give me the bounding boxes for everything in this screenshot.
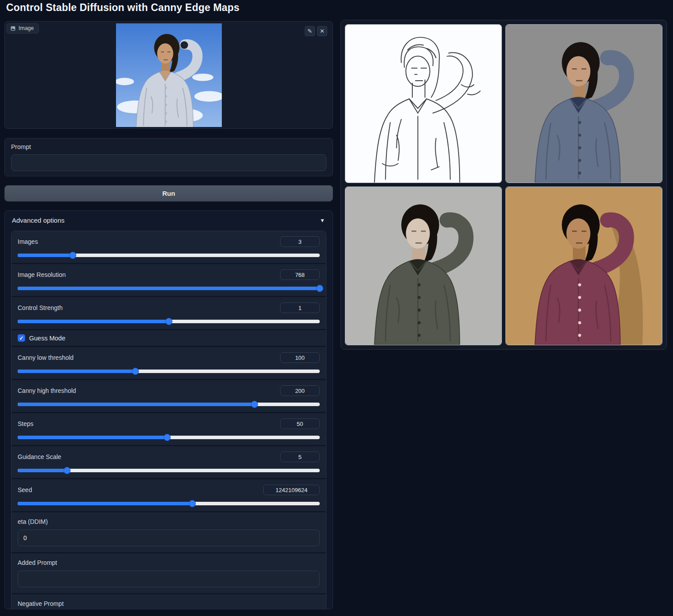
text-block-added-prompt: Added Prompt <box>11 553 326 593</box>
guess-mode-checkbox-row[interactable]: ✓ Guess Mode <box>18 334 320 342</box>
text-block-eta: eta (DDIM) <box>11 512 326 552</box>
slider-block-canny-high-threshold: Canny high threshold <box>11 380 326 412</box>
prompt-panel: Prompt <box>4 138 333 176</box>
image-resolution-slider-fill <box>18 287 320 290</box>
images-slider-handle[interactable] <box>69 252 76 259</box>
prompt-label: Prompt <box>11 143 326 150</box>
input-image-panel[interactable]: Image ✎ ✕ <box>4 21 333 129</box>
images-label: Images <box>18 238 38 245</box>
chevron-down-icon: ▼ <box>320 217 325 224</box>
steps-slider-handle[interactable] <box>164 434 171 441</box>
guidance-scale-slider-fill <box>18 469 67 472</box>
slider-block-guidance-scale: Guidance Scale <box>11 446 326 478</box>
image-label-tab: Image <box>7 23 39 34</box>
steps-slider-fill <box>18 436 167 439</box>
advanced-options-header[interactable]: Advanced options ▼ <box>5 211 333 229</box>
control-strength-slider[interactable] <box>18 320 320 323</box>
canny-low-threshold-slider[interactable] <box>18 370 320 373</box>
advanced-form: Images Image Resolution Control Strength <box>11 231 326 609</box>
images-value-input[interactable] <box>280 236 320 247</box>
seed-slider[interactable] <box>18 502 320 505</box>
x-icon: ✕ <box>320 28 325 34</box>
images-slider-fill <box>18 254 73 257</box>
slider-block-steps: Steps <box>11 413 326 445</box>
added-prompt-input[interactable] <box>18 571 320 587</box>
eta-input[interactable] <box>18 530 320 546</box>
advanced-options-panel: Advanced options ▼ Images Image Resoluti… <box>4 210 333 609</box>
control-strength-value-input[interactable] <box>280 302 320 313</box>
guess-mode-checkbox[interactable]: ✓ <box>18 334 25 342</box>
gallery-item-canny-edge-map[interactable] <box>345 24 502 183</box>
canny-high-threshold-value-input[interactable] <box>280 385 320 396</box>
canny-high-threshold-slider[interactable] <box>18 403 320 406</box>
canny-low-threshold-label: Canny low threshold <box>18 354 74 361</box>
control-strength-slider-handle[interactable] <box>165 318 172 325</box>
guidance-scale-slider-handle[interactable] <box>64 467 71 474</box>
image-resolution-slider[interactable] <box>18 287 320 290</box>
slider-block-canny-low-threshold: Canny low threshold <box>11 347 326 379</box>
canny-low-threshold-slider-fill <box>18 370 135 373</box>
page-title: Control Stable Diffusion with Canny Edge… <box>6 2 239 14</box>
left-column: Image ✎ ✕ Prompt Run Advanced options ▼ … <box>4 21 333 609</box>
slider-block-control-strength: Control Strength <box>11 297 326 329</box>
steps-slider[interactable] <box>18 436 320 439</box>
result-gallery <box>340 20 667 350</box>
seed-value-input[interactable] <box>263 485 320 495</box>
gallery-item-generated-image-2[interactable] <box>345 187 502 345</box>
advanced-options-label: Advanced options <box>12 217 64 224</box>
image-label: Image <box>19 25 34 31</box>
input-image-photo[interactable] <box>116 23 222 127</box>
prompt-input[interactable] <box>11 154 326 171</box>
image-icon <box>10 26 16 31</box>
seed-slider-fill <box>18 502 192 505</box>
seed-slider-handle[interactable] <box>189 500 196 507</box>
added-prompt-label: Added Prompt <box>18 559 57 566</box>
gallery-item-generated-image-1[interactable] <box>505 24 662 183</box>
control-strength-slider-fill <box>18 320 169 323</box>
seed-label: Seed <box>18 486 32 493</box>
slider-block-seed: Seed <box>11 479 326 511</box>
canny-high-threshold-label: Canny high threshold <box>18 387 76 394</box>
image-resolution-slider-handle[interactable] <box>316 285 323 292</box>
gallery-item-generated-image-3[interactable] <box>505 187 662 345</box>
run-button[interactable]: Run <box>4 185 333 202</box>
checkbox-block-guess-mode: ✓ Guess Mode <box>11 330 326 346</box>
canny-high-threshold-slider-fill <box>18 403 254 406</box>
canny-low-threshold-value-input[interactable] <box>280 352 320 363</box>
steps-value-input[interactable] <box>280 418 320 429</box>
eta-label: eta (DDIM) <box>18 518 48 525</box>
steps-label: Steps <box>18 420 34 427</box>
edit-image-button[interactable]: ✎ <box>305 26 315 36</box>
guidance-scale-slider[interactable] <box>18 469 320 472</box>
guidance-scale-value-input[interactable] <box>280 452 320 462</box>
pencil-icon: ✎ <box>307 28 312 34</box>
guess-mode-label: Guess Mode <box>29 335 65 342</box>
text-block-negative-prompt: Negative Prompt <box>11 594 326 609</box>
canny-low-threshold-slider-handle[interactable] <box>132 368 139 375</box>
canny-high-threshold-slider-handle[interactable] <box>251 401 258 408</box>
slider-block-image-resolution: Image Resolution <box>11 264 326 296</box>
clear-image-button[interactable]: ✕ <box>317 26 327 36</box>
image-resolution-label: Image Resolution <box>18 271 66 278</box>
negative-prompt-label: Negative Prompt <box>18 600 64 607</box>
image-resolution-value-input[interactable] <box>280 269 320 280</box>
slider-block-images: Images <box>11 231 326 263</box>
guidance-scale-label: Guidance Scale <box>18 453 61 460</box>
images-slider[interactable] <box>18 254 320 257</box>
control-strength-label: Control Strength <box>18 304 63 311</box>
